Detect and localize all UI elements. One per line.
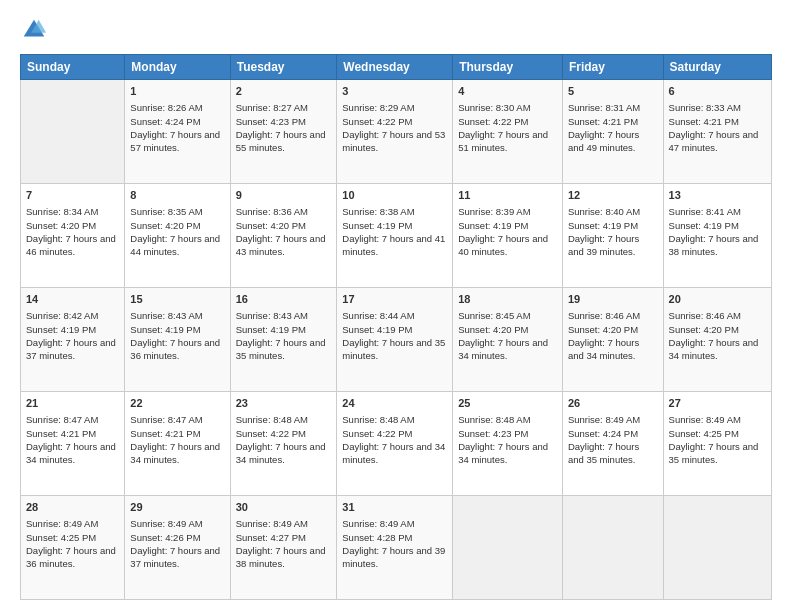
day-cell: 1 Sunrise: 8:26 AM Sunset: 4:24 PM Dayli…	[125, 80, 230, 184]
day-cell: 8 Sunrise: 8:35 AM Sunset: 4:20 PM Dayli…	[125, 184, 230, 288]
daylight: Daylight: 7 hours and 38 minutes.	[236, 545, 326, 569]
week-row-3: 14 Sunrise: 8:42 AM Sunset: 4:19 PM Dayl…	[21, 288, 772, 392]
day-number: 23	[236, 396, 332, 411]
day-number: 2	[236, 84, 332, 99]
day-cell: 5 Sunrise: 8:31 AM Sunset: 4:21 PM Dayli…	[562, 80, 663, 184]
header-row: SundayMondayTuesdayWednesdayThursdayFrid…	[21, 55, 772, 80]
day-cell: 24 Sunrise: 8:48 AM Sunset: 4:22 PM Dayl…	[337, 392, 453, 496]
sunset: Sunset: 4:19 PM	[458, 220, 528, 231]
day-cell	[21, 80, 125, 184]
daylight: Daylight: 7 hours and 46 minutes.	[26, 233, 116, 257]
day-cell: 18 Sunrise: 8:45 AM Sunset: 4:20 PM Dayl…	[453, 288, 563, 392]
day-cell: 26 Sunrise: 8:49 AM Sunset: 4:24 PM Dayl…	[562, 392, 663, 496]
day-number: 25	[458, 396, 557, 411]
day-cell: 31 Sunrise: 8:49 AM Sunset: 4:28 PM Dayl…	[337, 496, 453, 600]
day-cell: 3 Sunrise: 8:29 AM Sunset: 4:22 PM Dayli…	[337, 80, 453, 184]
day-number: 11	[458, 188, 557, 203]
sunrise: Sunrise: 8:43 AM	[130, 310, 202, 321]
sunrise: Sunrise: 8:49 AM	[130, 518, 202, 529]
day-cell: 9 Sunrise: 8:36 AM Sunset: 4:20 PM Dayli…	[230, 184, 337, 288]
day-number: 15	[130, 292, 224, 307]
header-cell-tuesday: Tuesday	[230, 55, 337, 80]
daylight: Daylight: 7 hours and 34 minutes.	[26, 441, 116, 465]
sunrise: Sunrise: 8:26 AM	[130, 102, 202, 113]
day-number: 10	[342, 188, 447, 203]
day-number: 7	[26, 188, 119, 203]
daylight: Daylight: 7 hours and 55 minutes.	[236, 129, 326, 153]
page: SundayMondayTuesdayWednesdayThursdayFrid…	[0, 0, 792, 612]
sunrise: Sunrise: 8:34 AM	[26, 206, 98, 217]
sunrise: Sunrise: 8:44 AM	[342, 310, 414, 321]
daylight: Daylight: 7 hours and 34 minutes.	[458, 337, 548, 361]
day-number: 8	[130, 188, 224, 203]
sunset: Sunset: 4:26 PM	[130, 532, 200, 543]
day-cell: 20 Sunrise: 8:46 AM Sunset: 4:20 PM Dayl…	[663, 288, 771, 392]
week-row-1: 1 Sunrise: 8:26 AM Sunset: 4:24 PM Dayli…	[21, 80, 772, 184]
day-cell: 15 Sunrise: 8:43 AM Sunset: 4:19 PM Dayl…	[125, 288, 230, 392]
daylight: Daylight: 7 hours and 35 minutes.	[342, 337, 445, 361]
sunrise: Sunrise: 8:42 AM	[26, 310, 98, 321]
day-number: 17	[342, 292, 447, 307]
logo	[20, 16, 52, 44]
daylight: Daylight: 7 hours and 34 minutes.	[458, 441, 548, 465]
daylight: Daylight: 7 hours and 34 minutes.	[669, 337, 759, 361]
day-cell: 13 Sunrise: 8:41 AM Sunset: 4:19 PM Dayl…	[663, 184, 771, 288]
daylight: Daylight: 7 hours and 35 minutes.	[568, 441, 639, 465]
daylight: Daylight: 7 hours and 36 minutes.	[130, 337, 220, 361]
daylight: Daylight: 7 hours and 39 minutes.	[342, 545, 445, 569]
sunset: Sunset: 4:25 PM	[26, 532, 96, 543]
day-cell: 2 Sunrise: 8:27 AM Sunset: 4:23 PM Dayli…	[230, 80, 337, 184]
day-cell: 23 Sunrise: 8:48 AM Sunset: 4:22 PM Dayl…	[230, 392, 337, 496]
sunrise: Sunrise: 8:47 AM	[26, 414, 98, 425]
day-cell: 12 Sunrise: 8:40 AM Sunset: 4:19 PM Dayl…	[562, 184, 663, 288]
day-cell: 6 Sunrise: 8:33 AM Sunset: 4:21 PM Dayli…	[663, 80, 771, 184]
day-cell: 10 Sunrise: 8:38 AM Sunset: 4:19 PM Dayl…	[337, 184, 453, 288]
sunrise: Sunrise: 8:48 AM	[458, 414, 530, 425]
day-number: 1	[130, 84, 224, 99]
sunset: Sunset: 4:19 PM	[130, 324, 200, 335]
sunrise: Sunrise: 8:46 AM	[568, 310, 640, 321]
day-cell: 27 Sunrise: 8:49 AM Sunset: 4:25 PM Dayl…	[663, 392, 771, 496]
sunset: Sunset: 4:22 PM	[342, 116, 412, 127]
calendar-table: SundayMondayTuesdayWednesdayThursdayFrid…	[20, 54, 772, 600]
day-cell: 25 Sunrise: 8:48 AM Sunset: 4:23 PM Dayl…	[453, 392, 563, 496]
sunrise: Sunrise: 8:31 AM	[568, 102, 640, 113]
daylight: Daylight: 7 hours and 47 minutes.	[669, 129, 759, 153]
day-cell: 14 Sunrise: 8:42 AM Sunset: 4:19 PM Dayl…	[21, 288, 125, 392]
sunrise: Sunrise: 8:36 AM	[236, 206, 308, 217]
day-number: 13	[669, 188, 766, 203]
daylight: Daylight: 7 hours and 49 minutes.	[568, 129, 639, 153]
header-cell-monday: Monday	[125, 55, 230, 80]
day-cell: 7 Sunrise: 8:34 AM Sunset: 4:20 PM Dayli…	[21, 184, 125, 288]
day-cell: 4 Sunrise: 8:30 AM Sunset: 4:22 PM Dayli…	[453, 80, 563, 184]
sunrise: Sunrise: 8:49 AM	[26, 518, 98, 529]
sunset: Sunset: 4:23 PM	[236, 116, 306, 127]
sunset: Sunset: 4:19 PM	[342, 324, 412, 335]
sunset: Sunset: 4:20 PM	[26, 220, 96, 231]
logo-icon	[20, 16, 48, 44]
daylight: Daylight: 7 hours and 57 minutes.	[130, 129, 220, 153]
day-cell: 19 Sunrise: 8:46 AM Sunset: 4:20 PM Dayl…	[562, 288, 663, 392]
daylight: Daylight: 7 hours and 41 minutes.	[342, 233, 445, 257]
day-number: 3	[342, 84, 447, 99]
daylight: Daylight: 7 hours and 34 minutes.	[236, 441, 326, 465]
sunset: Sunset: 4:20 PM	[236, 220, 306, 231]
sunrise: Sunrise: 8:40 AM	[568, 206, 640, 217]
sunrise: Sunrise: 8:49 AM	[669, 414, 741, 425]
sunset: Sunset: 4:21 PM	[568, 116, 638, 127]
daylight: Daylight: 7 hours and 34 minutes.	[568, 337, 639, 361]
sunrise: Sunrise: 8:45 AM	[458, 310, 530, 321]
header-cell-friday: Friday	[562, 55, 663, 80]
day-number: 12	[568, 188, 658, 203]
sunrise: Sunrise: 8:27 AM	[236, 102, 308, 113]
daylight: Daylight: 7 hours and 37 minutes.	[130, 545, 220, 569]
day-cell: 16 Sunrise: 8:43 AM Sunset: 4:19 PM Dayl…	[230, 288, 337, 392]
day-cell: 29 Sunrise: 8:49 AM Sunset: 4:26 PM Dayl…	[125, 496, 230, 600]
sunrise: Sunrise: 8:33 AM	[669, 102, 741, 113]
day-cell: 22 Sunrise: 8:47 AM Sunset: 4:21 PM Dayl…	[125, 392, 230, 496]
day-number: 4	[458, 84, 557, 99]
day-cell	[453, 496, 563, 600]
daylight: Daylight: 7 hours and 51 minutes.	[458, 129, 548, 153]
sunrise: Sunrise: 8:43 AM	[236, 310, 308, 321]
week-row-2: 7 Sunrise: 8:34 AM Sunset: 4:20 PM Dayli…	[21, 184, 772, 288]
